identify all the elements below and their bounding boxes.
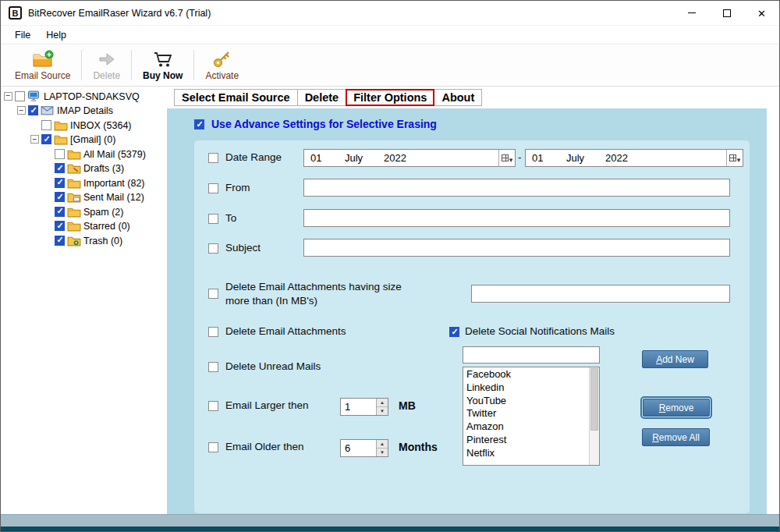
tree-checkbox[interactable] xyxy=(55,207,65,217)
toolbar-label: Delete xyxy=(93,70,120,81)
tree-checkbox[interactable] xyxy=(28,105,38,115)
toolbar-activate[interactable]: Activate xyxy=(196,44,248,86)
date-from-dropdown-button[interactable] xyxy=(498,150,515,166)
tree-item-inbox-5364[interactable]: INBOX (5364) xyxy=(1,118,167,133)
maximize-button[interactable] xyxy=(709,1,744,25)
folder-icon xyxy=(67,148,81,160)
date-to-field[interactable]: 01 July 2022 xyxy=(525,149,743,167)
expander-icon[interactable] xyxy=(17,106,26,115)
social-notifications-checkbox[interactable] xyxy=(449,327,459,337)
imap-icon xyxy=(41,105,55,116)
date-from-field[interactable]: 01 July 2022 xyxy=(303,149,516,167)
close-icon xyxy=(757,6,766,20)
social-new-entry-input[interactable] xyxy=(463,346,600,364)
status-bar xyxy=(1,514,779,527)
folder-icon xyxy=(54,119,68,131)
toolbar-email-source[interactable]: Email Source xyxy=(5,44,80,86)
delete-attachments-checkbox[interactable] xyxy=(208,327,218,337)
tree-checkbox[interactable] xyxy=(55,236,65,246)
attachment-size-label-line1: Delete Email Attachments having size xyxy=(225,281,402,293)
spinner-up-icon[interactable] xyxy=(377,399,388,406)
subject-input[interactable] xyxy=(303,239,730,257)
tab-select-email-source[interactable]: Select Email Source xyxy=(174,89,298,106)
tree-item-imap-details[interactable]: IMAP Details xyxy=(1,104,167,119)
chevron-down-icon xyxy=(509,151,513,165)
date-to-dropdown-button[interactable] xyxy=(726,150,743,166)
advance-settings-checkbox[interactable] xyxy=(194,119,204,129)
expander-icon[interactable] xyxy=(30,135,39,144)
unread-mails-checkbox[interactable] xyxy=(208,362,218,372)
toolbar-buy-now[interactable]: Buy Now xyxy=(133,44,192,86)
date-to-day[interactable]: 01 xyxy=(532,152,543,164)
listbox-scrollbar[interactable] xyxy=(589,367,599,465)
tab-about[interactable]: About xyxy=(434,89,482,106)
from-input[interactable] xyxy=(303,179,730,197)
tree-item-trash-0[interactable]: Trash (0) xyxy=(1,233,167,248)
subject-checkbox[interactable] xyxy=(208,243,218,254)
tree-item-laptop-sndaksvq[interactable]: LAPTOP-SNDAKSVQ xyxy=(1,89,167,104)
menu-file[interactable]: File xyxy=(7,27,38,43)
tree-checkbox[interactable] xyxy=(55,192,65,202)
expander-icon[interactable] xyxy=(4,92,12,101)
tree-item-spam-2[interactable]: Spam (2) xyxy=(1,204,167,219)
minimize-button[interactable] xyxy=(674,1,709,25)
scrollbar-thumb[interactable] xyxy=(590,368,598,431)
tree-checkbox[interactable] xyxy=(41,134,51,144)
tab-filter-options[interactable]: Filter Options xyxy=(346,89,434,106)
menu-help[interactable]: Help xyxy=(38,27,74,43)
list-item-twitter[interactable]: Twitter xyxy=(463,406,599,420)
email-older-spinner[interactable]: 6 xyxy=(340,439,388,457)
email-source-icon xyxy=(32,49,54,69)
tab-delete[interactable]: Delete xyxy=(297,89,347,106)
spinner-down-icon[interactable] xyxy=(377,448,388,456)
unread-mails-label: Delete Unread Mails xyxy=(225,360,321,372)
date-from-day[interactable]: 01 xyxy=(310,152,321,164)
list-item-facebook[interactable]: Facebook xyxy=(463,367,599,381)
list-item-linkedin[interactable]: Linkedin xyxy=(463,381,599,394)
list-item-youtube[interactable]: YouTube xyxy=(463,394,599,407)
email-older-checkbox[interactable] xyxy=(208,442,218,452)
tree-item-starred-0[interactable]: Starred (0) xyxy=(1,219,167,234)
tree-item-drafts-3[interactable]: Drafts (3) xyxy=(1,161,167,176)
date-from-year[interactable]: 2022 xyxy=(384,152,406,164)
date-range-checkbox[interactable] xyxy=(208,153,218,163)
close-button[interactable] xyxy=(744,1,779,25)
remove-all-button[interactable]: Remove All xyxy=(642,428,710,446)
spinner-up-icon[interactable] xyxy=(377,440,388,448)
main-area: Select Email SourceDeleteFilter OptionsA… xyxy=(167,87,779,514)
spinner-down-icon[interactable] xyxy=(377,406,388,415)
filter-panel: Date Range 01 July 2022 - 01 July 2022 F… xyxy=(194,140,750,513)
social-list[interactable]: FacebookLinkedinYouTubeTwitterAmazonPint… xyxy=(463,367,600,466)
tree-checkbox[interactable] xyxy=(55,178,65,188)
date-to-month[interactable]: July xyxy=(566,152,584,164)
toolbar-delete[interactable]: Delete xyxy=(83,44,129,86)
from-checkbox[interactable] xyxy=(208,183,218,193)
calendar-icon xyxy=(502,154,509,161)
tree-item-important-82[interactable]: Important (82) xyxy=(1,176,167,190)
toolbar-separator xyxy=(131,50,132,80)
remove-button[interactable]: Remove xyxy=(643,399,710,417)
tree-checkbox[interactable] xyxy=(15,91,25,101)
tree-checkbox[interactable] xyxy=(55,163,65,173)
to-input[interactable] xyxy=(303,209,730,227)
list-item-pinterest[interactable]: Pinterest xyxy=(463,433,599,446)
date-to-year[interactable]: 2022 xyxy=(605,152,628,164)
tree-checkbox[interactable] xyxy=(55,149,65,159)
email-larger-checkbox[interactable] xyxy=(208,401,218,411)
tree-item-all-mail-5379[interactable]: All Mail (5379) xyxy=(1,147,167,161)
email-larger-spinner[interactable]: 1 xyxy=(340,398,388,416)
tree-item-sent-mail-12[interactable]: Sent Mail (12) xyxy=(1,190,167,205)
tree-label: Drafts (3) xyxy=(83,162,124,174)
date-from-month[interactable]: July xyxy=(345,152,363,164)
attachment-size-checkbox[interactable] xyxy=(208,289,218,299)
tree-checkbox[interactable] xyxy=(55,221,65,231)
tree-checkbox[interactable] xyxy=(41,120,51,130)
tree-label: LAPTOP-SNDAKSVQ xyxy=(44,90,140,102)
list-item-amazon[interactable]: Amazon xyxy=(463,420,599,433)
tree-item-gmail-0[interactable]: [Gmail] (0) xyxy=(1,133,167,147)
list-item-netflix[interactable]: Netflix xyxy=(463,446,599,459)
attachment-size-input[interactable] xyxy=(471,285,730,303)
mb-unit-label: MB xyxy=(399,399,416,412)
to-checkbox[interactable] xyxy=(208,214,218,224)
add-new-button[interactable]: Add New xyxy=(642,350,708,368)
